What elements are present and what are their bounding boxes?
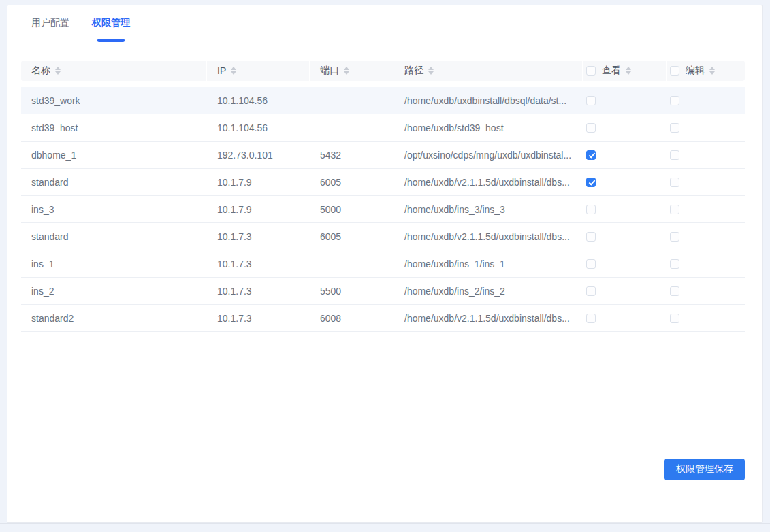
row-checkbox-edit[interactable]: [670, 178, 679, 187]
row-checkbox-view[interactable]: [586, 286, 596, 296]
table-row: dbhome_1 192.73.0.101 5432 /opt/uxsino/c…: [21, 142, 745, 169]
tab-user-config[interactable]: 用户配置: [31, 5, 69, 41]
cell-port: 5500: [310, 278, 394, 304]
row-checkbox-view[interactable]: [586, 314, 596, 323]
table-header-row: 名称 IP 端口 路径 查看 编辑: [21, 61, 745, 81]
cell-path: /home/uxdb/uxdbinstall/dbsql/data/st...: [394, 87, 583, 114]
col-header-edit-label: 编辑: [686, 65, 705, 77]
col-header-port-label: 端口: [320, 65, 339, 77]
cell-path: /opt/uxsino/cdps/mng/uxdb/uxdbinstal...: [394, 142, 583, 168]
col-header-view-label: 查看: [602, 65, 621, 77]
content-card: 用户配置 权限管理 名称 IP 端口 路径: [7, 5, 763, 523]
row-checkbox-edit[interactable]: [670, 314, 679, 323]
cell-name: standard2: [21, 305, 207, 331]
cell-ip: 10.1.104.56: [207, 114, 310, 141]
row-checkbox-view[interactable]: [586, 178, 596, 187]
page-bottom-strip: [0, 523, 770, 532]
col-header-port[interactable]: 端口: [310, 61, 394, 81]
table-body: std39_work 10.1.104.56 /home/uxdb/uxdbin…: [21, 87, 745, 332]
table-row: standard2 10.1.7.3 6008 /home/uxdb/v2.1.…: [21, 305, 745, 332]
permissions-table: 名称 IP 端口 路径 查看 编辑: [21, 61, 745, 332]
cell-port: 6005: [310, 169, 394, 195]
tab-bar: 用户配置 权限管理: [7, 5, 762, 41]
cell-ip: 10.1.7.9: [207, 196, 310, 222]
row-checkbox-edit[interactable]: [670, 232, 679, 242]
header-checkbox-edit[interactable]: [670, 66, 679, 76]
cell-path: /home/uxdb/ins_1/ins_1: [394, 250, 583, 277]
cell-port: [310, 87, 394, 114]
col-header-path-label: 路径: [404, 65, 423, 77]
table-row: standard 10.1.7.9 6005 /home/uxdb/v2.1.1…: [21, 169, 745, 196]
sort-caret-icon: [626, 67, 631, 75]
row-checkbox-edit[interactable]: [670, 286, 679, 296]
row-checkbox-view[interactable]: [586, 150, 596, 160]
table-row: ins_2 10.1.7.3 5500 /home/uxdb/ins_2/ins…: [21, 278, 745, 305]
tab-user-config-label: 用户配置: [31, 17, 69, 29]
cell-name: std39_work: [21, 87, 207, 114]
sort-caret-icon: [428, 67, 434, 75]
cell-path: /home/uxdb/ins_3/ins_3: [394, 196, 583, 222]
cell-ip: 10.1.104.56: [207, 87, 310, 114]
active-tab-indicator: [97, 39, 125, 42]
cell-port: [310, 114, 394, 141]
table-row: ins_1 10.1.7.3 /home/uxdb/ins_1/ins_1: [21, 250, 745, 278]
col-header-ip-label: IP: [217, 65, 226, 76]
col-header-name-label: 名称: [31, 65, 50, 77]
save-permissions-button[interactable]: 权限管理保存: [664, 459, 745, 480]
cell-ip: 192.73.0.101: [207, 142, 310, 168]
cell-path: /home/uxdb/v2.1.1.5d/uxdbinstall/dbs...: [394, 305, 583, 331]
cell-name: ins_1: [21, 250, 207, 277]
row-checkbox-view[interactable]: [586, 259, 596, 269]
row-checkbox-view[interactable]: [586, 96, 596, 105]
table-row: ins_3 10.1.7.9 5000 /home/uxdb/ins_3/ins…: [21, 196, 745, 223]
sort-caret-icon: [709, 67, 715, 75]
row-checkbox-edit[interactable]: [670, 205, 679, 214]
cell-port: [310, 250, 394, 277]
cell-ip: 10.1.7.3: [207, 250, 310, 277]
cell-name: standard: [21, 169, 207, 195]
cell-port: 5432: [310, 142, 394, 168]
row-checkbox-view[interactable]: [586, 205, 596, 214]
cell-path: /home/uxdb/std39_host: [394, 114, 583, 141]
header-checkbox-view[interactable]: [586, 66, 596, 76]
row-checkbox-view[interactable]: [586, 123, 596, 133]
footer-actions: 权限管理保存: [21, 459, 745, 480]
table-row: standard 10.1.7.3 6005 /home/uxdb/v2.1.1…: [21, 223, 745, 250]
row-checkbox-edit[interactable]: [670, 150, 679, 160]
sort-caret-icon: [231, 67, 236, 75]
sort-caret-icon: [55, 67, 61, 75]
cell-ip: 10.1.7.3: [207, 223, 310, 250]
tab-permission-management[interactable]: 权限管理: [92, 5, 130, 41]
table-row: std39_host 10.1.104.56 /home/uxdb/std39_…: [21, 114, 745, 142]
row-checkbox-view[interactable]: [586, 232, 596, 242]
row-checkbox-edit[interactable]: [670, 96, 679, 105]
cell-name: ins_3: [21, 196, 207, 222]
col-header-edit[interactable]: 编辑: [667, 61, 745, 81]
cell-name: std39_host: [21, 114, 207, 141]
col-header-ip[interactable]: IP: [207, 61, 310, 81]
row-checkbox-edit[interactable]: [670, 123, 679, 133]
cell-port: 6008: [310, 305, 394, 331]
cell-port: 6005: [310, 223, 394, 250]
cell-name: standard: [21, 223, 207, 250]
row-checkbox-edit[interactable]: [670, 259, 679, 269]
table-row: std39_work 10.1.104.56 /home/uxdb/uxdbin…: [21, 87, 745, 114]
cell-name: ins_2: [21, 278, 207, 304]
cell-ip: 10.1.7.9: [207, 169, 310, 195]
tab-permission-management-label: 权限管理: [92, 17, 130, 29]
cell-path: /home/uxdb/v2.1.1.5d/uxdbinstall/dbs...: [394, 223, 583, 250]
cell-ip: 10.1.7.3: [207, 305, 310, 331]
cell-path: /home/uxdb/ins_2/ins_2: [394, 278, 583, 304]
cell-path: /home/uxdb/v2.1.1.5d/uxdbinstall/dbs...: [394, 169, 583, 195]
col-header-name[interactable]: 名称: [21, 61, 207, 81]
cell-ip: 10.1.7.3: [207, 278, 310, 304]
cell-name: dbhome_1: [21, 142, 207, 168]
sort-caret-icon: [344, 67, 349, 75]
col-header-path[interactable]: 路径: [394, 61, 583, 81]
cell-port: 5000: [310, 196, 394, 222]
col-header-view[interactable]: 查看: [583, 61, 667, 81]
